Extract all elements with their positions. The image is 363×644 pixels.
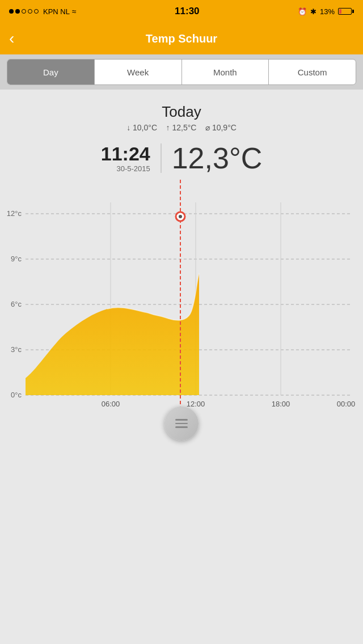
today-stats: ↓ 10,0°C ↑ 12,5°C ⌀ 10,9°C [0, 123, 363, 132]
dot-2 [15, 9, 20, 14]
avg-icon: ⌀ [205, 123, 210, 132]
wifi-icon: ≈ [72, 7, 77, 16]
segment-bar: Day Week Month Custom [0, 54, 363, 90]
battery-icon [338, 8, 354, 15]
reading-time: 11:24 [101, 143, 150, 164]
status-time: 11:30 [175, 6, 199, 17]
drag-handle[interactable] [164, 406, 199, 440]
svg-text:12:00: 12:00 [187, 400, 205, 408]
battery-tip [352, 10, 354, 13]
handle-lines [175, 419, 188, 428]
dot-3 [22, 9, 26, 14]
reading-temperature: 12,3°C [162, 141, 263, 175]
alarm-icon: ⏰ [298, 7, 307, 16]
avg-temp: 10,9°C [210, 123, 237, 132]
today-title: Today [0, 103, 363, 121]
segment-control: Day Week Month Custom [7, 59, 356, 85]
carrier-label: KPN NL [43, 7, 70, 16]
arrow-up-icon: ↑ [166, 123, 170, 132]
reading-section: 11:24 30-5-2015 12,3°C [0, 141, 363, 175]
tab-day[interactable]: Day [7, 60, 95, 84]
svg-point-21 [179, 215, 182, 218]
dot-1 [9, 9, 14, 14]
page-title: Temp Schuur [146, 32, 217, 45]
svg-text:18:00: 18:00 [272, 400, 290, 408]
tab-week[interactable]: Week [95, 60, 182, 84]
tab-month[interactable]: Month [182, 60, 269, 84]
svg-text:06:00: 06:00 [102, 400, 120, 408]
bluetooth-icon: ✱ [310, 7, 316, 16]
battery-fill [339, 9, 341, 14]
min-temp: 10,0°C [130, 123, 157, 132]
reading-date: 30-5-2015 [101, 164, 150, 173]
nav-bar: ‹ Temp Schuur [0, 23, 363, 54]
handle-line-1 [175, 419, 188, 421]
dot-5 [34, 9, 39, 14]
max-temp: 12,5°C [170, 123, 197, 132]
temperature-chart: 12°c 9°c 6°c 3°c 0°c 06:00 12:00 18:00 0… [0, 180, 363, 418]
battery-body [338, 8, 352, 15]
svg-text:00:00: 00:00 [337, 400, 356, 408]
status-bar: KPN NL ≈ 11:30 ⏰ ✱ 13% [0, 0, 363, 23]
tab-custom[interactable]: Custom [269, 60, 356, 84]
status-right: ⏰ ✱ 13% [298, 7, 354, 16]
svg-text:12°c: 12°c [7, 209, 22, 218]
content: Today ↓ 10,0°C ↑ 12,5°C ⌀ 10,9°C 11:24 3… [0, 90, 363, 452]
svg-text:0°c: 0°c [11, 391, 22, 399]
reading-time-block: 11:24 30-5-2015 [101, 143, 162, 173]
dot-4 [28, 9, 32, 14]
today-section: Today ↓ 10,0°C ↑ 12,5°C ⌀ 10,9°C [0, 99, 363, 134]
svg-text:9°c: 9°c [11, 255, 22, 263]
back-button[interactable]: ‹ [9, 31, 14, 46]
handle-line-2 [175, 423, 188, 425]
status-left: KPN NL ≈ [9, 7, 77, 16]
chart-container[interactable]: 12°c 9°c 6°c 3°c 0°c 06:00 12:00 18:00 0… [0, 180, 363, 452]
handle-line-3 [175, 426, 188, 428]
signal-dots [9, 9, 39, 14]
battery-percent: 13% [320, 7, 335, 16]
svg-text:6°c: 6°c [11, 300, 22, 308]
svg-text:3°c: 3°c [11, 345, 22, 354]
